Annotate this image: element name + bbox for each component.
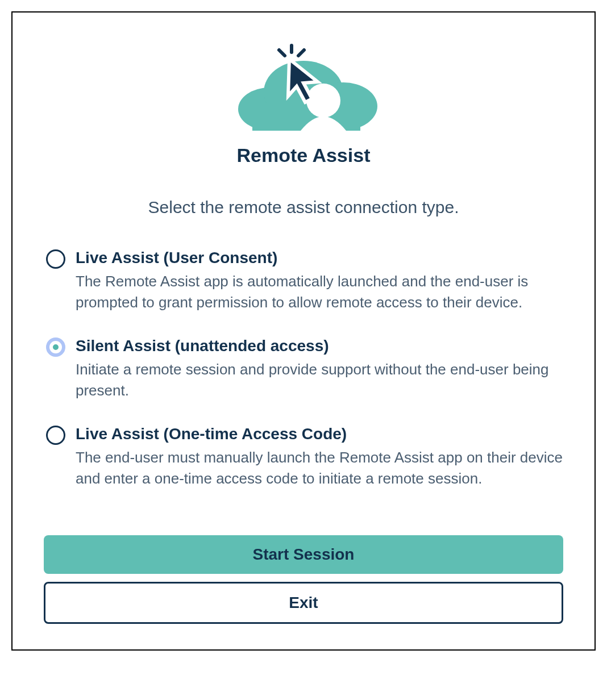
remote-assist-cloud-cursor-icon [218, 41, 389, 132]
dialog-buttons: Start Session Exit [44, 535, 563, 624]
svg-line-8 [298, 50, 304, 56]
radio-button[interactable] [46, 426, 65, 445]
start-session-button[interactable]: Start Session [44, 535, 563, 574]
option-label: Live Assist (One-time Access Code) [76, 424, 563, 444]
option-description: Initiate a remote session and provide su… [76, 359, 563, 402]
option-description: The Remote Assist app is automatically l… [76, 271, 563, 314]
app-title: Remote Assist [44, 144, 563, 166]
option-description: The end-user must manually launch the Re… [76, 447, 563, 490]
radio-button[interactable] [46, 338, 65, 357]
logo-area [44, 41, 563, 134]
option-live-assist-user-consent[interactable]: Live Assist (User Consent) The Remote As… [44, 248, 563, 314]
svg-line-6 [279, 50, 285, 56]
radio-button[interactable] [46, 249, 65, 269]
option-label: Live Assist (User Consent) [76, 248, 563, 268]
option-live-assist-one-time-code[interactable]: Live Assist (One-time Access Code) The e… [44, 424, 563, 490]
connection-type-options: Live Assist (User Consent) The Remote As… [44, 248, 563, 490]
exit-button[interactable]: Exit [44, 582, 563, 624]
option-label: Silent Assist (unattended access) [76, 336, 563, 356]
dialog-subtitle: Select the remote assist connection type… [44, 198, 563, 217]
option-silent-assist[interactable]: Silent Assist (unattended access) Initia… [44, 336, 563, 402]
remote-assist-dialog: Remote Assist Select the remote assist c… [11, 11, 596, 651]
